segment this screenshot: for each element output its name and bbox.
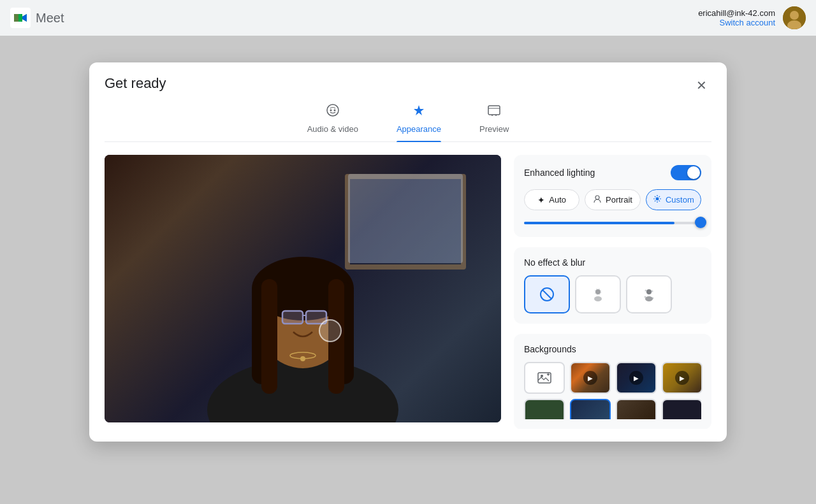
svg-point-32	[645, 290, 647, 292]
svg-point-22	[300, 356, 305, 361]
svg-point-7	[330, 110, 332, 112]
tab-appearance-label: Appearance	[397, 124, 441, 134]
svg-point-24	[655, 198, 659, 201]
play-overlay-2: ▶	[629, 371, 643, 385]
blur-heavy-button[interactable]	[626, 275, 672, 313]
slider-fill	[524, 222, 674, 224]
modal-header: Get ready ✕	[89, 62, 727, 96]
modal-body: Enhanced lighting ✦ Auto	[89, 142, 727, 442]
play-overlay-1: ▶	[583, 371, 597, 385]
tabs: Audio & video Appearance	[105, 96, 711, 142]
bg-item-4[interactable]	[524, 399, 565, 419]
tab-audio-video[interactable]: Audio & video	[307, 103, 358, 141]
svg-point-28	[594, 296, 602, 301]
svg-point-34	[645, 296, 646, 298]
mode-auto-button[interactable]: ✦ Auto	[524, 189, 579, 210]
lighting-toggle[interactable]	[671, 165, 701, 180]
bg-item-6[interactable]	[616, 399, 657, 419]
play-overlay-3: ▶	[675, 371, 689, 385]
video-bg	[105, 155, 501, 422]
lighting-label: Enhanced lighting	[524, 168, 595, 178]
right-panel: Enhanced lighting ✦ Auto	[514, 155, 711, 429]
person-silhouette	[194, 180, 411, 422]
no-effect-button[interactable]	[524, 275, 570, 313]
auto-icon: ✦	[537, 195, 545, 205]
effect-options	[524, 275, 701, 313]
mode-auto-label: Auto	[549, 195, 566, 205]
lighting-slider[interactable]	[524, 222, 701, 224]
svg-point-31	[645, 296, 653, 301]
tab-audio-video-label: Audio & video	[307, 124, 358, 134]
appearance-icon	[412, 103, 426, 120]
svg-rect-16	[261, 279, 277, 394]
video-container	[105, 155, 501, 422]
bg-item-7[interactable]	[662, 399, 701, 419]
blur-light-button[interactable]	[575, 275, 621, 313]
mode-custom-label: Custom	[666, 195, 694, 205]
effects-section: No effect & blur	[514, 247, 711, 324]
bg-item-5[interactable]	[570, 399, 611, 419]
background-grid-row2	[524, 399, 701, 419]
svg-line-26	[543, 290, 551, 299]
preview-icon	[487, 103, 501, 120]
bg-upload-button[interactable]	[524, 362, 565, 394]
mode-portrait-button[interactable]: Portrait	[585, 189, 640, 210]
tab-appearance[interactable]: Appearance	[397, 103, 441, 141]
mode-portrait-label: Portrait	[606, 195, 632, 205]
portrait-icon	[593, 194, 602, 205]
backgrounds-section: Backgrounds	[514, 334, 711, 429]
lighting-section: Enhanced lighting ✦ Auto	[514, 155, 711, 237]
svg-point-30	[646, 289, 652, 294]
bg-item-2[interactable]: ▶	[616, 362, 657, 394]
toggle-knob	[687, 166, 700, 179]
camera-indicator	[319, 319, 342, 342]
svg-point-23	[595, 196, 599, 199]
custom-icon	[653, 194, 662, 205]
tab-preview-label: Preview	[479, 124, 509, 134]
mode-custom-button[interactable]: Custom	[646, 189, 701, 210]
tab-preview[interactable]: Preview	[479, 103, 509, 141]
modal-overlay: Get ready ✕ Audio & video	[0, 0, 816, 504]
modal: Get ready ✕ Audio & video	[89, 62, 727, 442]
modal-title: Get ready	[105, 75, 166, 92]
svg-rect-9	[488, 106, 500, 115]
video-preview	[105, 155, 501, 429]
lighting-modes: ✦ Auto Portrait	[524, 189, 701, 210]
audio-video-icon	[326, 103, 340, 120]
svg-point-6	[327, 104, 339, 116]
effects-label: No effect & blur	[524, 257, 701, 268]
bg-item-1[interactable]: ▶	[570, 362, 611, 394]
lighting-row: Enhanced lighting	[524, 165, 701, 180]
svg-point-8	[333, 110, 335, 112]
slider-thumb	[695, 217, 706, 228]
background-grid: ▶ ▶ ▶	[524, 362, 701, 394]
svg-point-27	[595, 289, 601, 294]
slider-container	[524, 219, 701, 227]
svg-rect-18	[282, 311, 303, 324]
svg-point-37	[541, 375, 543, 377]
svg-point-33	[652, 291, 653, 292]
bg-item-3[interactable]: ▶	[662, 362, 703, 394]
svg-point-35	[652, 298, 654, 299]
close-button[interactable]: ✕	[691, 75, 711, 96]
backgrounds-label: Backgrounds	[524, 344, 701, 354]
